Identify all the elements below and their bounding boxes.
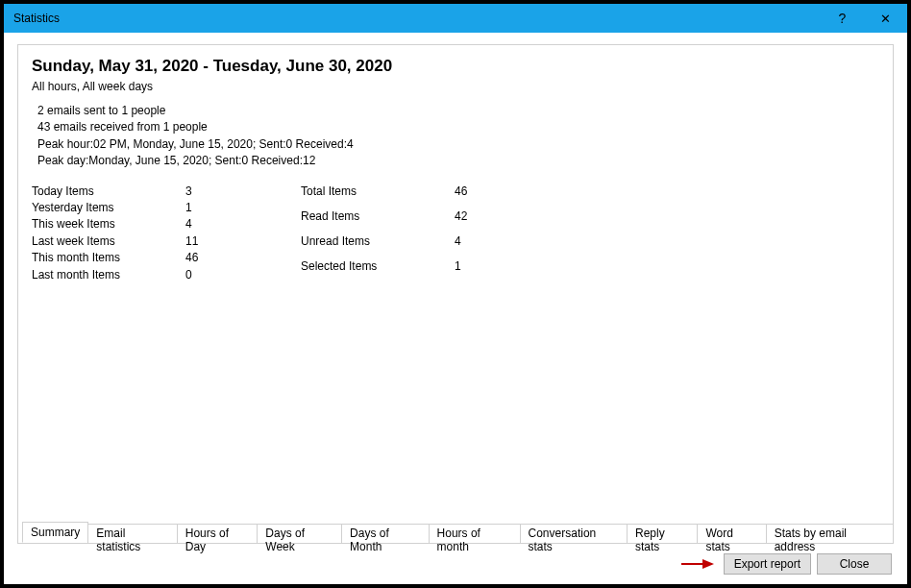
titlebar: Statistics ? ✕	[4, 4, 907, 33]
stat-label: This week Items	[32, 216, 185, 233]
summary-panel: Sunday, May 31, 2020 - Tuesday, June 30,…	[17, 44, 894, 544]
stat-value: 42	[455, 208, 512, 233]
statistics-window: Statistics ? ✕ Sunday, May 31, 2020 - Tu…	[3, 3, 908, 585]
tab-days-of-month[interactable]: Days of Month	[341, 524, 430, 544]
info-line-peak-day: Peak day:Monday, June 15, 2020; Sent:0 R…	[37, 153, 879, 169]
stat-label: Unread Items	[301, 233, 455, 258]
tab-email-statistics[interactable]: Email statistics	[87, 524, 177, 544]
info-lines: 2 emails sent to 1 people 43 emails rece…	[37, 103, 879, 170]
date-range-heading: Sunday, May 31, 2020 - Tuesday, June 30,…	[32, 57, 879, 76]
stat-value: 3	[185, 184, 243, 200]
stat-label: Last week Items	[32, 233, 185, 250]
stats-columns: Today Items 3 Yesterday Items 1 This wee…	[32, 184, 879, 283]
stat-label: This month Items	[32, 250, 185, 266]
tab-reply-stats[interactable]: Reply stats	[627, 524, 698, 544]
tab-word-stats[interactable]: Word stats	[697, 524, 766, 544]
tab-hours-of-day[interactable]: Hours of Day	[177, 524, 259, 544]
svg-marker-1	[702, 559, 714, 569]
tab-bar: Summary Email statistics Hours of Day Da…	[18, 521, 893, 543]
info-line-received: 43 emails received from 1 people	[37, 119, 879, 135]
stats-col-left: Today Items 3 Yesterday Items 1 This wee…	[32, 184, 243, 283]
stat-label: Last month Items	[32, 267, 185, 283]
stat-value: 46	[455, 184, 512, 208]
stat-label: Yesterday Items	[32, 200, 185, 216]
tab-days-of-week[interactable]: Days of Week	[257, 524, 342, 544]
stat-label: Read Items	[301, 208, 455, 233]
window-close-button[interactable]: ✕	[864, 4, 907, 33]
stat-value: 11	[185, 233, 243, 250]
stat-label: Total Items	[301, 184, 455, 208]
content-area: Sunday, May 31, 2020 - Tuesday, June 30,…	[4, 33, 907, 584]
stat-label: Today Items	[32, 184, 185, 200]
stat-value: 4	[185, 216, 243, 233]
filter-subheading: All hours, All week days	[32, 80, 879, 93]
tab-hours-of-month[interactable]: Hours of month	[429, 524, 521, 544]
stat-value: 0	[185, 267, 243, 283]
stats-col-right: Total Items 46 Read Items 42 Unread Item…	[301, 184, 512, 283]
stat-label: Selected Items	[301, 258, 455, 283]
tab-summary[interactable]: Summary	[22, 522, 88, 543]
help-button[interactable]: ?	[821, 4, 864, 33]
info-line-sent: 2 emails sent to 1 people	[37, 103, 879, 119]
stat-value: 46	[185, 250, 243, 266]
window-title: Statistics	[4, 12, 821, 25]
stat-value: 1	[455, 258, 512, 283]
stat-value: 4	[455, 233, 512, 258]
tab-conversation-stats[interactable]: Conversation stats	[520, 524, 628, 544]
tab-stats-by-email-address[interactable]: Stats by email address	[766, 524, 894, 544]
export-report-button[interactable]: Export report	[724, 553, 811, 575]
stat-value: 1	[185, 200, 243, 216]
close-button[interactable]: Close	[817, 553, 892, 575]
callout-arrow-icon	[679, 557, 714, 571]
info-line-peak-hour: Peak hour:02 PM, Monday, June 15, 2020; …	[37, 136, 879, 153]
help-icon: ?	[839, 11, 847, 26]
close-icon: ✕	[880, 12, 891, 26]
